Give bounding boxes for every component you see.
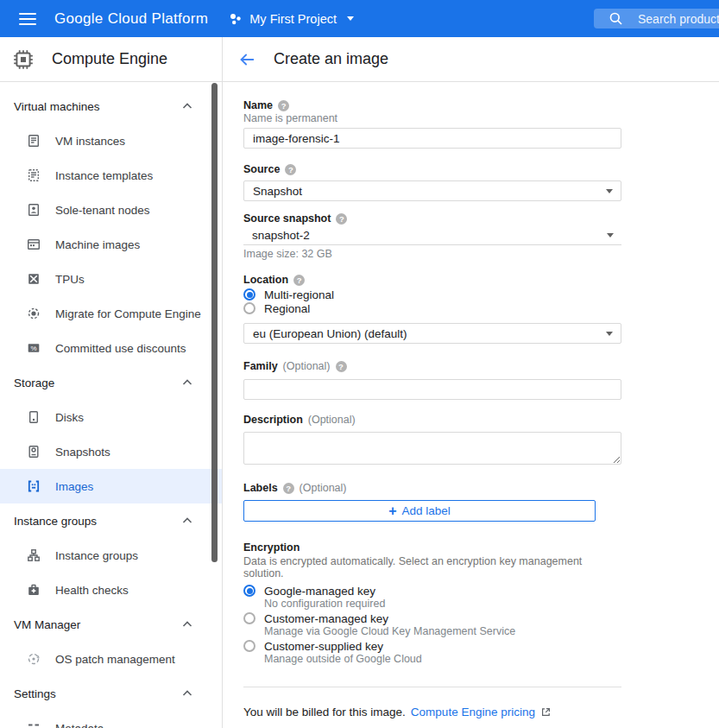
optional-tag: (Optional): [300, 482, 347, 494]
help-icon[interactable]: ?: [336, 361, 347, 372]
section-label: Instance groups: [14, 515, 97, 528]
radio-unselected-icon[interactable]: [243, 612, 255, 624]
encryption-description: Data is encrypted automatically. Select …: [243, 555, 621, 579]
tpus-icon: [26, 271, 41, 287]
sidebar-section-virtual-machines[interactable]: Virtual machines: [0, 89, 222, 123]
header-row: Compute Engine Create an image: [0, 37, 719, 82]
instance-groups-icon: [26, 548, 41, 563]
sidebar-item-metadata[interactable]: Metadata: [0, 711, 222, 728]
vm-instances-icon: [26, 133, 41, 149]
back-arrow-icon[interactable]: [237, 50, 256, 69]
radio-sublabel: No configuration required: [264, 598, 621, 610]
search-icon: [609, 11, 623, 26]
sidebar-item-instance-groups[interactable]: Instance groups: [0, 538, 222, 573]
chevron-up-icon: [182, 379, 192, 386]
sidebar-section-instance-groups[interactable]: Instance groups: [0, 503, 222, 538]
sidebar-item-instance-templates[interactable]: Instance templates: [0, 158, 222, 193]
sidebar-item-snapshots[interactable]: Snapshots: [0, 434, 222, 469]
committed-use-discounts-icon: %: [26, 340, 41, 356]
page-title: Create an image: [274, 50, 388, 68]
search-input[interactable]: [638, 12, 719, 26]
encryption-label: Encryption: [243, 541, 621, 554]
source-label: Source: [243, 163, 280, 175]
chevron-up-icon: [182, 621, 192, 628]
sidebar-section-storage[interactable]: Storage: [0, 365, 222, 400]
sidebar-section-settings[interactable]: Settings: [0, 676, 222, 711]
name-hint: Name is permanent: [243, 112, 621, 124]
add-label-text: Add label: [402, 504, 451, 517]
help-icon[interactable]: ?: [293, 275, 305, 286]
chevron-up-icon: [182, 517, 192, 524]
labels-label-row: Labels ? (Optional): [243, 482, 621, 494]
source-snapshot-label-row: Source snapshot ?: [243, 212, 621, 225]
disks-icon: [26, 409, 41, 425]
radio-selected-icon[interactable]: [243, 585, 255, 597]
location-option-regional[interactable]: Regional: [243, 301, 621, 315]
sidebar-item-migrate-for-compute-engine[interactable]: Migrate for Compute Engine: [0, 296, 222, 331]
sidebar-item-disks[interactable]: Disks: [0, 400, 222, 434]
radio-label: Regional: [264, 302, 310, 315]
description-label: Description: [243, 414, 303, 426]
create-image-form: Name ? Name is permanent Source ? Snapsh…: [223, 82, 719, 728]
help-icon[interactable]: ?: [336, 213, 347, 225]
sidebar-item-label: Snapshots: [55, 446, 110, 459]
sidebar-item-label: Disks: [55, 411, 84, 424]
name-input[interactable]: [243, 128, 621, 149]
os-patch-management-icon: [26, 651, 41, 667]
sidebar-item-vm-instances[interactable]: VM instances: [0, 123, 222, 158]
billing-note: You will be billed for this image.: [243, 706, 406, 719]
section-label: Virtual machines: [14, 100, 100, 113]
source-select[interactable]: Snapshot: [243, 180, 621, 201]
encryption-option-customer-managed[interactable]: Customer-managed key Manage via Google C…: [243, 611, 621, 637]
sidebar-item-tpus[interactable]: TPUs: [0, 262, 222, 296]
encryption-option-google-managed[interactable]: Google-managed key No configuration requ…: [243, 584, 621, 610]
section-label: Storage: [14, 377, 54, 389]
sidebar-item-label: VM instances: [55, 135, 125, 148]
section-label: Settings: [14, 687, 56, 700]
radio-sublabel: Manage outside of Google Cloud: [264, 653, 621, 665]
sidebar-item-label: Health checks: [55, 584, 129, 597]
sidebar-item-committed-use-discounts[interactable]: % Committed use discounts: [0, 331, 222, 365]
sidebar-item-label: Sole-tenant nodes: [55, 204, 150, 217]
instance-templates-icon: [26, 168, 41, 183]
sidebar-item-label: Images: [55, 480, 93, 493]
hamburger-menu-icon[interactable]: [19, 13, 36, 25]
project-picker[interactable]: My First Project: [229, 12, 354, 26]
radio-selected-icon[interactable]: [243, 288, 255, 301]
divider: [243, 687, 621, 687]
brand-logo[interactable]: Google Cloud Platform: [54, 10, 208, 28]
radio-unselected-icon[interactable]: [243, 640, 255, 652]
sidebar-item-sole-tenant-nodes[interactable]: Sole-tenant nodes: [0, 193, 222, 227]
source-snapshot-value: snapshot-2: [252, 229, 310, 242]
dropdown-caret-icon: [607, 233, 614, 237]
location-option-multi-regional[interactable]: Multi-regional: [243, 288, 621, 301]
source-label-row: Source ?: [243, 163, 621, 175]
sidebar-item-os-patch-management[interactable]: OS patch management: [0, 642, 222, 676]
sidebar-item-machine-images[interactable]: Machine images: [0, 227, 222, 262]
sidebar-item-label: Migrate for Compute Engine: [55, 307, 201, 320]
name-label: Name: [243, 99, 273, 111]
location-label: Location: [243, 274, 288, 286]
billing-note-row: You will be billed for this image. Compu…: [243, 706, 621, 719]
sidebar-item-health-checks[interactable]: Health checks: [0, 573, 222, 607]
source-snapshot-select[interactable]: snapshot-2: [243, 226, 621, 245]
sidebar-item-label: TPUs: [55, 273, 85, 286]
labels-label: Labels: [243, 482, 278, 494]
svg-text:%: %: [30, 345, 36, 352]
description-textarea[interactable]: [243, 432, 621, 465]
sidebar-scrollbar-thumb[interactable]: [211, 83, 218, 562]
radio-unselected-icon[interactable]: [243, 302, 255, 314]
radio-label: Google-managed key: [264, 585, 375, 598]
help-icon[interactable]: ?: [278, 100, 289, 111]
pricing-link[interactable]: Compute Engine pricing: [411, 706, 535, 719]
region-select[interactable]: eu (European Union) (default): [243, 323, 621, 344]
help-icon[interactable]: ?: [285, 164, 296, 175]
family-input[interactable]: [243, 379, 621, 400]
sidebar-section-vm-manager[interactable]: VM Manager: [0, 607, 222, 642]
search-bar[interactable]: [594, 9, 719, 28]
help-icon[interactable]: ?: [283, 483, 294, 494]
add-label-button[interactable]: + Add label: [243, 500, 596, 522]
encryption-option-customer-supplied[interactable]: Customer-supplied key Manage outside of …: [243, 639, 621, 665]
name-label-row: Name ?: [243, 99, 621, 111]
sidebar-item-images[interactable]: Images: [0, 469, 222, 503]
